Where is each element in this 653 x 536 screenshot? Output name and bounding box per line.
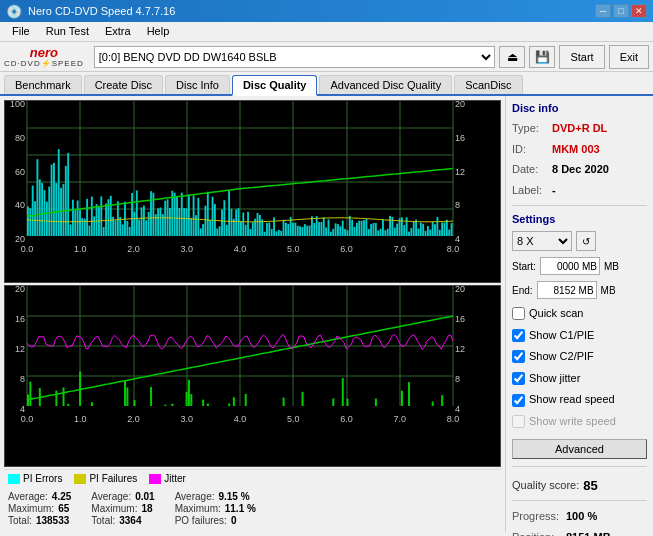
show-c1-pie-checkbox[interactable]: [512, 329, 525, 342]
minimize-button[interactable]: ─: [595, 4, 611, 18]
title-bar: 💿 Nero CD-DVD Speed 4.7.7.16 ─ □ ✕: [0, 0, 653, 22]
pi-failures-total-value: 3364: [119, 515, 141, 526]
end-mb-row: End: MB: [512, 281, 647, 299]
pi-errors-label: PI Errors: [23, 473, 62, 484]
start-mb-input[interactable]: [540, 257, 600, 275]
menu-file[interactable]: File: [4, 24, 38, 39]
show-write-speed-row: Show write speed: [512, 413, 647, 431]
maximize-button[interactable]: □: [613, 4, 629, 18]
exit-button[interactable]: Exit: [609, 45, 649, 69]
menu-extra[interactable]: Extra: [97, 24, 139, 39]
settings-title: Settings: [512, 213, 647, 225]
show-c2-pif-row: Show C2/PIF: [512, 348, 647, 366]
quick-scan-checkbox[interactable]: [512, 307, 525, 320]
show-c2-pif-label: Show C2/PIF: [529, 348, 594, 366]
close-button[interactable]: ✕: [631, 4, 647, 18]
tab-scandisc[interactable]: ScanDisc: [454, 75, 522, 94]
pi-failures-max-row: Maximum: 18: [91, 503, 154, 514]
pi-failures-label: PI Failures: [89, 473, 137, 484]
jitter-avg-label: Average:: [175, 491, 215, 502]
show-c1-pie-row: Show C1/PIE: [512, 327, 647, 345]
end-mb-input[interactable]: [537, 281, 597, 299]
pi-errors-total-row: Total: 138533: [8, 515, 71, 526]
show-jitter-row: Show jitter: [512, 370, 647, 388]
pi-errors-avg-value: 4.25: [52, 491, 71, 502]
tab-advanced-disc-quality[interactable]: Advanced Disc Quality: [319, 75, 452, 94]
speed-row: 8 X ↺: [512, 231, 647, 251]
pi-failures-avg-label: Average:: [91, 491, 131, 502]
nero-brand: nero: [30, 46, 58, 59]
progress-row: Progress: 100 %: [512, 508, 647, 526]
show-c2-pif-checkbox[interactable]: [512, 350, 525, 363]
pi-failures-stats: Average: 0.01 Maximum: 18 Total: 3364: [91, 491, 154, 526]
main-content: PI Errors PI Failures Jitter Average: 4.…: [0, 96, 653, 532]
nero-logo: nero CD·DVD⚡SPEED: [4, 46, 84, 68]
show-jitter-checkbox[interactable]: [512, 372, 525, 385]
disc-id-row: ID: MKM 003: [512, 141, 647, 158]
show-read-speed-label: Show read speed: [529, 391, 615, 409]
legend-pi-failures: PI Failures: [74, 473, 137, 484]
menu-run-test[interactable]: Run Test: [38, 24, 97, 39]
chart-pi-errors: [4, 100, 501, 283]
tab-disc-quality[interactable]: Disc Quality: [232, 75, 318, 96]
menu-help[interactable]: Help: [139, 24, 178, 39]
disc-date-row: Date: 8 Dec 2020: [512, 161, 647, 178]
start-mb-label: Start:: [512, 261, 536, 272]
legend-area: PI Errors PI Failures Jitter: [4, 469, 501, 487]
jitter-stats: Average: 9.15 % Maximum: 11.1 % PO failu…: [175, 491, 256, 526]
tabs: Benchmark Create Disc Disc Info Disc Qua…: [0, 72, 653, 96]
pi-failures-max-label: Maximum:: [91, 503, 137, 514]
quality-score-row: Quality score: 85: [512, 478, 647, 493]
pi-errors-stats: Average: 4.25 Maximum: 65 Total: 138533: [8, 491, 71, 526]
eject-icon[interactable]: ⏏: [499, 46, 525, 68]
start-mb-row: Start: MB: [512, 257, 647, 275]
jitter-label: Jitter: [164, 473, 186, 484]
pi-errors-max-label: Maximum:: [8, 503, 54, 514]
jitter-color: [149, 474, 161, 484]
nero-cd-text: CD·DVD⚡SPEED: [4, 59, 84, 68]
disc-type-row: Type: DVD+R DL: [512, 120, 647, 137]
po-failures-row: PO failures: 0: [175, 515, 256, 526]
disc-label-value: -: [552, 182, 556, 199]
disc-type-label: Type:: [512, 120, 548, 137]
speed-selector[interactable]: 8 X: [512, 231, 572, 251]
divider1: [512, 205, 647, 206]
jitter-max-row: Maximum: 11.1 %: [175, 503, 256, 514]
start-button[interactable]: Start: [559, 45, 604, 69]
pi-errors-max-row: Maximum: 65: [8, 503, 71, 514]
settings-refresh-icon[interactable]: ↺: [576, 231, 596, 251]
jitter-max-label: Maximum:: [175, 503, 221, 514]
tab-create-disc[interactable]: Create Disc: [84, 75, 163, 94]
disc-id-label: ID:: [512, 141, 548, 158]
tab-disc-info[interactable]: Disc Info: [165, 75, 230, 94]
position-label: Position:: [512, 529, 562, 536]
progress-label: Progress:: [512, 508, 562, 526]
save-icon[interactable]: 💾: [529, 46, 555, 68]
pi-errors-total-label: Total:: [8, 515, 32, 526]
show-write-speed-label: Show write speed: [529, 413, 616, 431]
show-jitter-label: Show jitter: [529, 370, 580, 388]
show-read-speed-row: Show read speed: [512, 391, 647, 409]
jitter-avg-row: Average: 9.15 %: [175, 491, 256, 502]
position-row: Position: 8151 MB: [512, 529, 647, 536]
show-write-speed-checkbox[interactable]: [512, 415, 525, 428]
legend-jitter: Jitter: [149, 473, 186, 484]
pi-errors-total-value: 138533: [36, 515, 69, 526]
divider2: [512, 466, 647, 467]
jitter-avg-value: 9.15 %: [218, 491, 249, 502]
show-read-speed-checkbox[interactable]: [512, 394, 525, 407]
pi-failures-total-label: Total:: [91, 515, 115, 526]
divider3: [512, 500, 647, 501]
pi-errors-avg-row: Average: 4.25: [8, 491, 71, 502]
title-bar-left: 💿 Nero CD-DVD Speed 4.7.7.16: [6, 4, 175, 19]
pi-errors-max-value: 65: [58, 503, 69, 514]
disc-id-value: MKM 003: [552, 141, 600, 158]
tab-benchmark[interactable]: Benchmark: [4, 75, 82, 94]
end-mb-unit: MB: [601, 285, 616, 296]
advanced-button[interactable]: Advanced: [512, 439, 647, 459]
drive-selector[interactable]: [0:0] BENQ DVD DD DW1640 BSLB: [94, 46, 496, 68]
quality-score-label: Quality score:: [512, 479, 579, 491]
disc-date-value: 8 Dec 2020: [552, 161, 609, 178]
sidebar: Disc info Type: DVD+R DL ID: MKM 003 Dat…: [505, 96, 653, 532]
chart-jitter: [4, 285, 501, 468]
